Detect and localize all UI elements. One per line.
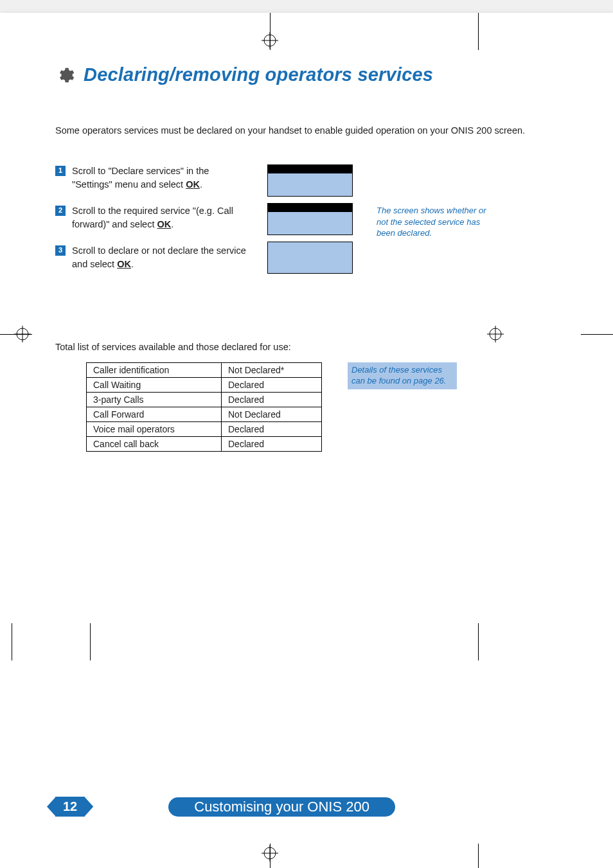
service-name: 3-party Calls (87, 393, 222, 407)
ok-key: OK (186, 179, 200, 190)
service-status: Declared (222, 422, 322, 437)
service-name: Call Forward (87, 407, 222, 422)
handset-screen-icon (267, 242, 353, 274)
footer-section-title: Customising your ONIS 200 (168, 797, 395, 817)
steps-list: 1 Scroll to "Declare services" in the "S… (55, 164, 248, 284)
table-row: Call ForwardNot Declared (87, 407, 322, 422)
intro-text: Some operators services must be declared… (55, 124, 544, 137)
gear-icon (55, 66, 75, 85)
registration-mark-icon (262, 32, 278, 49)
step-item: 3 Scroll to declare or not declare the s… (55, 244, 248, 271)
crop-mark (478, 13, 479, 50)
step-item: 1 Scroll to "Declare services" in the "S… (55, 164, 248, 191)
side-note: The screen shows whether or not the sele… (377, 205, 487, 239)
crop-mark (478, 844, 479, 868)
service-name: Cancel call back (87, 437, 222, 452)
registration-mark-icon (14, 326, 31, 342)
table-row: Caller identificationNot Declared* (87, 363, 322, 378)
handset-screens (267, 164, 357, 274)
services-table: Caller identificationNot Declared* Call … (86, 362, 322, 452)
step-item: 2 Scroll to the required service "(e.g. … (55, 204, 248, 231)
table-row: 3-party CallsDeclared (87, 393, 322, 407)
service-name: Call Waiting (87, 378, 222, 393)
step-number-badge: 1 (55, 166, 66, 176)
page-number-badge: 12 (55, 797, 85, 817)
page-title: Declaring/removing operators services (84, 64, 433, 85)
crop-mark (581, 334, 613, 335)
ok-key: OK (157, 219, 171, 229)
manual-page: Declaring/removing operators services So… (0, 13, 613, 868)
registration-mark-icon (262, 845, 278, 862)
step-text: Scroll to the required service "(e.g. Ca… (72, 204, 248, 231)
crop-mark (478, 623, 479, 660)
step-text: Scroll to "Declare services" in the "Set… (72, 164, 248, 191)
page-footer: 12 Customising your ONIS 200 (55, 797, 479, 817)
table-row: Cancel call backDeclared (87, 437, 322, 452)
table-row: Voice mail operatorsDeclared (87, 422, 322, 437)
crop-mark (12, 623, 12, 660)
handset-screen-icon (267, 164, 353, 197)
service-status: Declared (222, 437, 322, 452)
service-name: Caller identification (87, 363, 222, 378)
table-row: Call WaitingDeclared (87, 378, 322, 393)
ok-key: OK (117, 259, 131, 269)
service-name: Voice mail operators (87, 422, 222, 437)
table-note: Details of these services can be found o… (348, 362, 457, 389)
crop-mark (90, 623, 91, 660)
service-status: Not Declared* (222, 363, 322, 378)
step-number-badge: 2 (55, 206, 66, 216)
table-intro: Total list of services available and tho… (55, 342, 544, 352)
service-status: Declared (222, 378, 322, 393)
handset-screen-icon (267, 203, 353, 235)
service-status: Declared (222, 393, 322, 407)
service-status: Not Declared (222, 407, 322, 422)
page-heading: Declaring/removing operators services (55, 64, 544, 85)
step-number-badge: 3 (55, 245, 66, 256)
step-text: Scroll to declare or not declare the ser… (72, 244, 248, 271)
